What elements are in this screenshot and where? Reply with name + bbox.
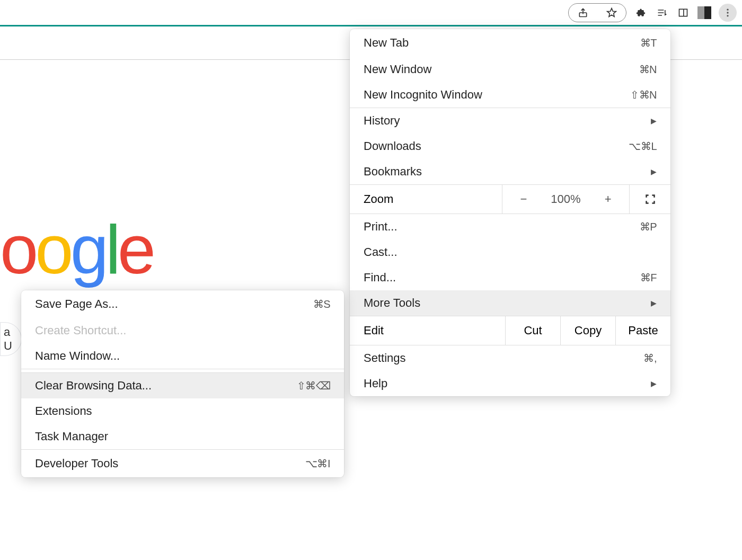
menu-label: Name Window... — [35, 349, 120, 363]
bookmark-star-icon[interactable] — [605, 6, 619, 20]
menu-label: Print... — [364, 220, 398, 234]
menu-item-zoom: Zoom − 100% + — [350, 185, 670, 214]
menu-label: History — [364, 114, 400, 128]
shortcut: ⌘F — [640, 271, 657, 284]
menu-label: Downloads — [364, 139, 421, 153]
logo-letter-o: o — [35, 210, 70, 289]
chevron-right-icon: ▶ — [651, 167, 657, 176]
logo-letter-e: e — [118, 210, 153, 289]
menu-label: Extensions — [35, 404, 92, 418]
menu-label: New Window — [364, 63, 431, 76]
menu-label: Create Shortcut... — [35, 324, 126, 337]
chevron-right-icon: ▶ — [651, 379, 657, 388]
menu-item-find[interactable]: Find...⌘F — [350, 265, 670, 290]
side-panel-icon[interactable] — [676, 6, 690, 20]
menu-item-history[interactable]: History▶ — [350, 108, 670, 134]
shortcut: ⌥⌘L — [629, 140, 657, 153]
submenu-item-clear-browsing-data[interactable]: Clear Browsing Data...⇧⌘⌫ — [21, 373, 344, 398]
fullscreen-button[interactable] — [629, 185, 670, 214]
submenu-item-create-shortcut: Create Shortcut... — [21, 318, 344, 343]
menu-label: New Tab — [364, 36, 409, 50]
shortcut: ⌘N — [639, 63, 657, 76]
submenu-item-save-page[interactable]: Save Page As...⌘S — [21, 290, 344, 318]
svg-point-3 — [727, 12, 728, 13]
cut-button[interactable]: Cut — [505, 316, 560, 345]
menu-item-edit: Edit Cut Copy Paste — [350, 316, 670, 345]
reading-list-icon[interactable] — [655, 6, 669, 20]
menu-item-settings[interactable]: Settings⌘, — [350, 345, 670, 371]
omnibox-actions — [568, 3, 626, 22]
search-partial-text: a U — [4, 325, 21, 353]
menu-label: Developer Tools — [35, 457, 118, 470]
submenu-item-developer-tools[interactable]: Developer Tools⌥⌘I — [21, 450, 344, 477]
share-icon[interactable] — [576, 6, 590, 20]
paste-button[interactable]: Paste — [615, 316, 670, 345]
menu-label: Save Page As... — [35, 297, 118, 311]
chevron-right-icon: ▶ — [651, 117, 657, 125]
menu-label: Task Manager — [35, 430, 108, 443]
logo-letter-o: o — [0, 210, 35, 289]
shortcut: ⇧⌘N — [630, 88, 657, 101]
chevron-right-icon: ▶ — [651, 299, 657, 307]
menu-item-new-tab[interactable]: New Tab⌘T — [350, 29, 670, 57]
menu-label: Find... — [364, 271, 396, 285]
shortcut: ⌘T — [640, 37, 657, 49]
zoom-label: Zoom — [350, 192, 502, 206]
menu-label: Help — [364, 377, 387, 390]
submenu-item-extensions[interactable]: Extensions — [21, 398, 344, 424]
zoom-out-button[interactable]: − — [502, 192, 545, 206]
menu-item-new-incognito[interactable]: New Incognito Window⇧⌘N — [350, 82, 670, 108]
zoom-level: 100% — [545, 192, 587, 206]
chrome-main-menu: New Tab⌘T New Window⌘N New Incognito Win… — [350, 29, 670, 396]
shortcut: ⌘P — [640, 220, 657, 233]
menu-label: Clear Browsing Data... — [35, 379, 152, 393]
menu-item-more-tools[interactable]: More Tools▶ — [350, 290, 670, 316]
menu-label: Bookmarks — [364, 165, 422, 179]
shortcut: ⌘, — [643, 352, 657, 365]
zoom-controls: − 100% + — [502, 185, 629, 214]
logo-letter-g: g — [70, 210, 105, 289]
submenu-item-task-manager[interactable]: Task Manager — [21, 424, 344, 449]
svg-point-2 — [727, 8, 728, 10]
submenu-item-name-window[interactable]: Name Window... — [21, 343, 344, 369]
menu-item-downloads[interactable]: Downloads⌥⌘L — [350, 134, 670, 159]
menu-item-help[interactable]: Help▶ — [350, 371, 670, 396]
shortcut: ⌘S — [313, 298, 330, 310]
menu-item-new-window[interactable]: New Window⌘N — [350, 57, 670, 82]
edit-label: Edit — [350, 324, 505, 337]
profile-avatar[interactable] — [697, 6, 711, 20]
zoom-in-button[interactable]: + — [587, 192, 629, 206]
logo-letter-l: l — [105, 210, 118, 289]
svg-point-4 — [727, 15, 728, 16]
menu-label: New Incognito Window — [364, 88, 482, 102]
menu-label: Settings — [364, 351, 406, 365]
more-menu-button[interactable] — [719, 4, 737, 22]
google-logo: oogle — [0, 210, 153, 289]
shortcut: ⇧⌘⌫ — [297, 379, 331, 392]
copy-button[interactable]: Copy — [560, 316, 615, 345]
more-tools-submenu: Save Page As...⌘S Create Shortcut... Nam… — [21, 290, 344, 477]
extensions-puzzle-icon[interactable] — [634, 6, 648, 20]
menu-item-print[interactable]: Print...⌘P — [350, 214, 670, 239]
menu-label: Cast... — [364, 245, 398, 259]
menu-item-bookmarks[interactable]: Bookmarks▶ — [350, 159, 670, 184]
address-bar — [0, 0, 742, 26]
menu-label: More Tools — [364, 296, 420, 310]
menu-item-cast[interactable]: Cast... — [350, 239, 670, 265]
shortcut: ⌥⌘I — [305, 457, 330, 470]
search-box[interactable]: a U — [0, 322, 22, 356]
